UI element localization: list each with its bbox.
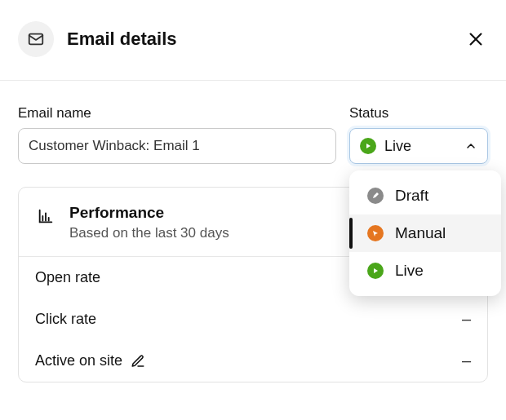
metric-label: Click rate [35,311,96,328]
pencil-circle-icon [367,188,384,204]
close-button[interactable] [464,27,488,51]
bar-chart-icon [37,207,55,228]
cursor-circle-icon [367,225,384,241]
metric-row-active-on-site: Active on site – [19,340,487,382]
metric-value: – [462,351,471,370]
status-option-draft[interactable]: Draft [349,177,501,214]
metric-label: Active on site [35,352,122,369]
email-name-input[interactable] [18,128,336,164]
envelope-icon [18,21,54,57]
metric-label: Open rate [35,269,100,286]
metric-row-click-rate: Click rate – [19,298,487,340]
email-name-label: Email name [18,105,336,122]
email-name-field-group: Email name [18,105,336,164]
status-label: Status [349,105,488,122]
option-label: Draft [395,187,428,205]
performance-title: Performance [69,204,229,222]
play-circle-icon [360,138,376,154]
status-option-manual[interactable]: Manual [349,214,501,252]
status-select[interactable]: Live [349,128,488,164]
form-area: Email name Status Live Draft [0,81,506,164]
option-label: Live [395,262,424,280]
close-icon [467,30,485,48]
performance-subtitle: Based on the last 30 days [69,225,229,241]
page-title: Email details [67,29,464,50]
status-field-group: Status Live Draft [349,105,488,164]
play-circle-icon [367,263,384,279]
metric-value: – [462,310,471,329]
status-select-value: Live [384,138,456,155]
option-label: Manual [395,224,446,242]
edit-icon[interactable] [131,354,145,369]
chevron-up-icon [464,139,477,153]
status-dropdown: Draft Manual Live [349,170,501,296]
panel-header: Email details [0,0,506,80]
status-option-live[interactable]: Live [349,252,501,290]
